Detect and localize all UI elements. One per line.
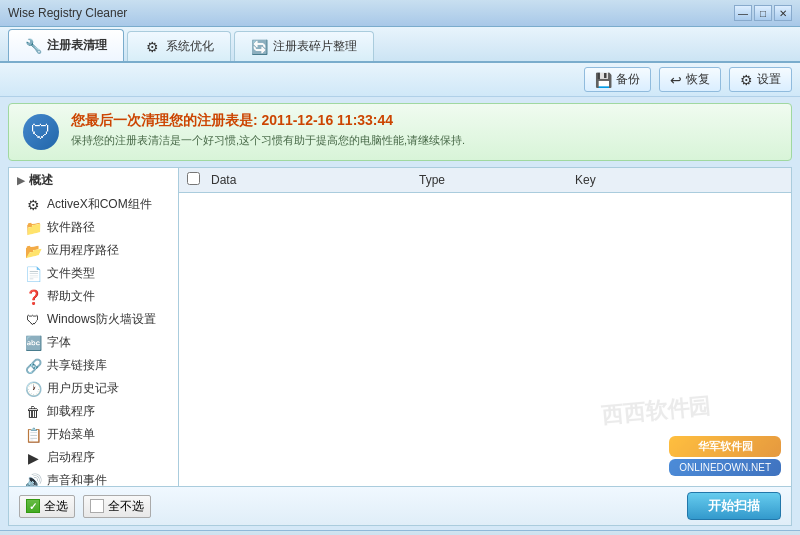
bottom-bar: ✓ 全选 全不选 开始扫描 [8, 487, 792, 526]
tab-defrag-label: 注册表碎片整理 [273, 38, 357, 55]
firewall-label: Windows防火墙设置 [47, 311, 156, 328]
right-panel: Data Type Key 西西软件园 华军软件园 ONLINEDOWN.NET [179, 168, 791, 486]
list-item[interactable]: ❓ 帮助文件 [9, 285, 178, 308]
registry-clean-icon: 🔧 [25, 38, 41, 54]
system-optimize-icon: ⚙ [144, 39, 160, 55]
data-col-header: Data [211, 173, 419, 187]
restore-icon: ↩ [670, 72, 682, 88]
file-type-label: 文件类型 [47, 265, 95, 282]
select-all-button[interactable]: ✓ 全选 [19, 495, 75, 518]
key-col-header: Key [575, 173, 783, 187]
sound-label: 声音和事件 [47, 472, 107, 486]
restore-button[interactable]: ↩ 恢复 [659, 67, 721, 92]
shared-dll-icon: 🔗 [25, 358, 41, 374]
backup-icon: 💾 [595, 72, 612, 88]
table-header: Data Type Key [179, 168, 791, 193]
deselect-all-button[interactable]: 全不选 [83, 495, 151, 518]
banner-title: 您最后一次清理您的注册表是: 2011-12-16 11:33:44 [71, 112, 465, 130]
main-content: ▶ 概述 ⚙ ActiveX和COM组件 📁 软件路径 📂 应用程序路径 📄 文… [8, 167, 792, 487]
font-label: 字体 [47, 334, 71, 351]
font-icon: 🔤 [25, 335, 41, 351]
activex-label: ActiveX和COM组件 [47, 196, 152, 213]
app-path-icon: 📂 [25, 243, 41, 259]
help-file-label: 帮助文件 [47, 288, 95, 305]
shield-icon: 🛡 [23, 114, 59, 150]
settings-label: 设置 [757, 71, 781, 88]
firewall-icon: 🛡 [25, 312, 41, 328]
categories-header-icon: ▶ [17, 175, 25, 186]
bottom-left: ✓ 全选 全不选 [19, 495, 151, 518]
software-path-icon: 📁 [25, 220, 41, 236]
left-panel: ▶ 概述 ⚙ ActiveX和COM组件 📁 软件路径 📂 应用程序路径 📄 文… [9, 168, 179, 486]
user-history-icon: 🕐 [25, 381, 41, 397]
status-bar: 🎨 定制 当前版本: 6.1.5 按F1阅读在线帮助文档 [0, 530, 800, 535]
list-item[interactable]: ⚙ ActiveX和COM组件 [9, 193, 178, 216]
shared-dll-label: 共享链接库 [47, 357, 107, 374]
select-all-tick-icon: ✓ [26, 499, 40, 513]
watermark-logo-line2: 华军软件园 [669, 436, 781, 457]
uninstall-label: 卸载程序 [47, 403, 95, 420]
restore-label: 恢复 [686, 71, 710, 88]
sound-icon: 🔊 [25, 473, 41, 487]
categories-header-label: 概述 [29, 172, 53, 189]
deselect-all-empty-icon [90, 499, 104, 513]
settings-button[interactable]: ⚙ 设置 [729, 67, 792, 92]
deselect-all-label: 全不选 [108, 498, 144, 515]
settings-icon: ⚙ [740, 72, 753, 88]
close-button[interactable]: ✕ [774, 5, 792, 21]
title-bar: Wise Registry Cleaner — □ ✕ [0, 0, 800, 27]
help-file-icon: ❓ [25, 289, 41, 305]
banner-icon-container: 🛡 [21, 112, 61, 152]
tab-registry-clean[interactable]: 🔧 注册表清理 [8, 29, 124, 61]
tab-registry-clean-label: 注册表清理 [47, 37, 107, 54]
banner-subtitle: 保持您的注册表清洁是一个好习惯,这个习惯有助于提高您的电脑性能,请继续保持. [71, 133, 465, 148]
app-title: Wise Registry Cleaner [8, 6, 734, 20]
checkbox-col-header [187, 172, 211, 188]
list-item[interactable]: 🛡 Windows防火墙设置 [9, 308, 178, 331]
toolbar: 💾 备份 ↩ 恢复 ⚙ 设置 [0, 63, 800, 97]
start-menu-label: 开始菜单 [47, 426, 95, 443]
minimize-button[interactable]: — [734, 5, 752, 21]
header-checkbox[interactable] [187, 172, 200, 185]
tab-system-optimize[interactable]: ⚙ 系统优化 [127, 31, 231, 61]
watermark-logo: 华军软件园 ONLINEDOWN.NET [669, 436, 781, 476]
startup-icon: ▶ [25, 450, 41, 466]
backup-label: 备份 [616, 71, 640, 88]
user-history-label: 用户历史记录 [47, 380, 119, 397]
categories-header: ▶ 概述 [9, 168, 178, 193]
info-banner: 🛡 您最后一次清理您的注册表是: 2011-12-16 11:33:44 保持您… [8, 103, 792, 161]
startup-label: 启动程序 [47, 449, 95, 466]
list-item[interactable]: ▶ 启动程序 [9, 446, 178, 469]
tab-system-optimize-label: 系统优化 [166, 38, 214, 55]
type-col-header: Type [419, 173, 575, 187]
scan-button[interactable]: 开始扫描 [687, 492, 781, 520]
list-item[interactable]: 📁 软件路径 [9, 216, 178, 239]
backup-button[interactable]: 💾 备份 [584, 67, 651, 92]
list-item[interactable]: 📋 开始菜单 [9, 423, 178, 446]
app-path-label: 应用程序路径 [47, 242, 119, 259]
list-item[interactable]: 🗑 卸载程序 [9, 400, 178, 423]
activex-icon: ⚙ [25, 197, 41, 213]
list-item[interactable]: 🕐 用户历史记录 [9, 377, 178, 400]
list-item[interactable]: 🔊 声音和事件 [9, 469, 178, 486]
banner-content: 您最后一次清理您的注册表是: 2011-12-16 11:33:44 保持您的注… [71, 112, 465, 148]
watermark-line1: 西西软件园 [600, 391, 712, 430]
defrag-icon: 🔄 [251, 39, 267, 55]
list-item[interactable]: 📄 文件类型 [9, 262, 178, 285]
scan-button-label: 开始扫描 [708, 498, 760, 513]
tab-defrag[interactable]: 🔄 注册表碎片整理 [234, 31, 374, 61]
table-body: 西西软件园 华军软件园 ONLINEDOWN.NET [179, 193, 791, 486]
watermark: 西西软件园 [600, 391, 712, 430]
list-item[interactable]: 🔗 共享链接库 [9, 354, 178, 377]
tab-bar: 🔧 注册表清理 ⚙ 系统优化 🔄 注册表碎片整理 [0, 27, 800, 63]
start-menu-icon: 📋 [25, 427, 41, 443]
uninstall-icon: 🗑 [25, 404, 41, 420]
window-controls: — □ ✕ [734, 5, 792, 21]
list-item[interactable]: 📂 应用程序路径 [9, 239, 178, 262]
maximize-button[interactable]: □ [754, 5, 772, 21]
watermark-logo-line3: ONLINEDOWN.NET [669, 459, 781, 476]
list-item[interactable]: 🔤 字体 [9, 331, 178, 354]
select-all-label: 全选 [44, 498, 68, 515]
file-type-icon: 📄 [25, 266, 41, 282]
software-path-label: 软件路径 [47, 219, 95, 236]
